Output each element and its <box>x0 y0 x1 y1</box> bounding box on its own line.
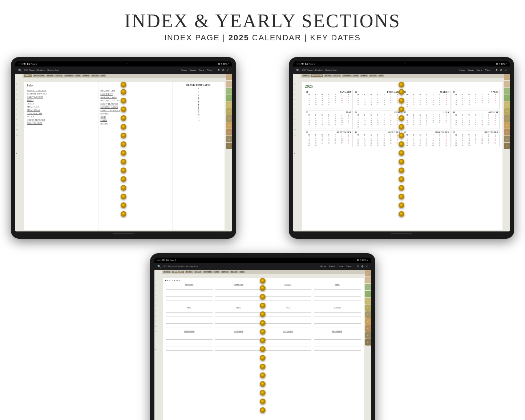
kd-side-tab-5[interactable]: 5 <box>365 298 371 304</box>
kd-tab-goals[interactable]: GOALS <box>194 271 202 273</box>
index-workout-log[interactable]: WORKOUT LOG <box>100 96 170 98</box>
index-to-do[interactable]: TO DO <box>27 99 97 101</box>
index-expense-tracker[interactable]: EXPENSE TRACKER <box>27 93 97 95</box>
cal-tab-2025[interactable]: 2025 <box>378 74 384 77</box>
kd-side-tab-8[interactable]: 8 <box>365 318 371 325</box>
kd-tab-key-dates[interactable]: KEY DATES <box>172 271 184 273</box>
index-grocery-list[interactable]: GROCERY LIST <box>27 112 97 114</box>
nav-insert-right[interactable]: Insert <box>468 69 474 72</box>
blank-template-9[interactable]: 9 <box>174 111 223 113</box>
blank-template-7[interactable]: 7 <box>174 105 223 107</box>
kd-tab-blank[interactable]: BLANK <box>230 271 238 273</box>
cal-side-tab-10[interactable]: 10 <box>504 136 510 142</box>
blank-template-12[interactable]: 12 <box>174 120 223 122</box>
kd-side-tab-4[interactable]: 4 <box>365 291 371 297</box>
nav-home-bottom[interactable]: Home <box>320 265 326 268</box>
index-meeting-notes[interactable]: MEETING NOTES <box>100 106 170 108</box>
side-tab-7[interactable]: 7 <box>226 115 232 122</box>
blank-template-3[interactable]: 3 <box>174 93 223 96</box>
fullscreen-icon-left[interactable]: ⤢ <box>226 69 229 72</box>
side-tab-6[interactable]: 6 <box>226 108 232 115</box>
index-project-planner[interactable]: PROJECT PLANNER <box>100 109 170 112</box>
cal-side-tab-3[interactable]: 3 <box>504 88 510 94</box>
tab-lined[interactable]: LINED <box>82 74 90 77</box>
cal-side-tab-4[interactable]: 4 <box>504 94 510 101</box>
nav-draw-bottom[interactable]: Draw <box>338 265 343 268</box>
blank-template-2[interactable]: 2 <box>174 90 223 93</box>
kd-tab-todo[interactable]: TO DO <box>185 271 193 273</box>
blank-template-5[interactable]: 5 <box>174 99 223 101</box>
index-blank[interactable]: BLANK <box>100 122 170 125</box>
kd-tab-2025[interactable]: 2025 <box>239 271 245 273</box>
blank-template-1[interactable]: 1 <box>174 88 223 90</box>
cal-tab-key-dates[interactable]: KEY DATES <box>311 74 323 77</box>
upload-icon-left[interactable]: ⬆ <box>218 69 220 72</box>
tab-2025[interactable]: 2025 <box>100 74 106 77</box>
tab-blank[interactable]: BLANK <box>91 74 100 77</box>
side-tab-10[interactable]: 10 <box>226 136 232 142</box>
left-nav-arrow[interactable]: ‹ <box>16 151 17 155</box>
cal-side-tab-7[interactable]: 7 <box>504 115 510 122</box>
index-event-planner[interactable]: EVENT PLANNER <box>100 103 170 105</box>
blank-template-11[interactable]: 11 <box>174 117 223 119</box>
tab-key-dates[interactable]: KEY DATES <box>33 74 45 77</box>
cal-tab-blank[interactable]: BLANK <box>369 74 377 77</box>
kd-left-arrow[interactable]: ‹ <box>155 347 156 351</box>
fullscreen-icon-right[interactable]: ⤢ <box>504 69 507 72</box>
index-dotted[interactable]: DOTTED <box>100 113 170 115</box>
nav-insert-bottom[interactable]: Insert <box>329 265 335 268</box>
kd-side-tab-1[interactable]: 1 <box>365 270 371 276</box>
nav-home-right[interactable]: Home <box>459 69 465 72</box>
nav-draw-right[interactable]: Draw <box>477 69 482 72</box>
cal-side-tab-8[interactable]: 8 <box>504 122 510 129</box>
cal-left-arrow[interactable]: ‹ <box>294 151 295 155</box>
index-meal-ideas[interactable]: MEAL IDEAS <box>27 109 97 111</box>
nav-view-left[interactable]: View <box>207 69 213 72</box>
side-tab-3[interactable]: 3 <box>226 88 232 94</box>
tab-goals[interactable]: GOALS <box>54 74 63 77</box>
index-order-tracker[interactable]: ORDER TRACKER <box>27 119 97 121</box>
kd-side-tab-10[interactable]: 10 <box>365 332 371 339</box>
nav-view-right[interactable]: View <box>485 69 490 72</box>
tab-index[interactable]: INDEX <box>24 74 32 77</box>
search-text-left[interactable]: 2025 Planner - Realistic - Monday Start <box>24 69 59 71</box>
kd-side-tab-9[interactable]: 9 <box>365 325 371 332</box>
tab-dotted[interactable]: DOTTED <box>64 74 74 77</box>
side-tab-1[interactable]: 1 <box>226 74 232 80</box>
kd-side-tab-2[interactable]: 2 <box>365 277 371 283</box>
cal-tab-todo[interactable]: TO DO <box>324 74 332 77</box>
kd-side-tab-7[interactable]: 7 <box>365 311 371 318</box>
side-tab-2[interactable]: 2 <box>226 81 232 87</box>
blank-template-10[interactable]: 10 <box>174 114 223 116</box>
blank-template-8[interactable]: 8 <box>174 108 223 110</box>
cal-side-tab-6[interactable]: 6 <box>504 108 510 115</box>
cal-tab-index[interactable]: INDEX <box>302 74 310 77</box>
index-movie-list[interactable]: MOVIE LIST <box>100 93 170 95</box>
kd-tab-grid[interactable]: GRID <box>213 271 220 273</box>
index-budget-tracker[interactable]: BUDGET TRACKER <box>27 89 97 92</box>
side-tab-9[interactable]: 9 <box>226 129 232 136</box>
cal-side-tab-11[interactable]: 11 <box>504 143 510 149</box>
kd-tab-index[interactable]: INDEX <box>163 271 171 273</box>
index-weight-loss[interactable]: WEIGHT LOSS TRACKER <box>100 100 170 102</box>
side-tab-11[interactable]: 11 <box>226 143 232 149</box>
search-text-right[interactable]: 2025 Planner - Realistic - Monday Start <box>302 69 337 71</box>
nav-insert-left[interactable]: Insert <box>190 69 196 72</box>
side-tab-5[interactable]: 5 <box>226 101 232 108</box>
cal-side-tab-1[interactable]: 1 <box>504 74 510 80</box>
upload-icon-right[interactable]: ⬆ <box>496 69 498 72</box>
kd-tab-dotted[interactable]: DOTTED <box>203 271 213 273</box>
tab-todo[interactable]: TO DO <box>46 74 54 77</box>
tab-grid[interactable]: GRID <box>74 74 81 77</box>
side-tab-8[interactable]: 8 <box>226 122 232 129</box>
nav-view-bottom[interactable]: View <box>346 265 352 268</box>
blank-template-4[interactable]: 4 <box>174 96 223 98</box>
search-text-bottom[interactable]: 2025 Planner - Realistic - Monday Start <box>163 265 198 267</box>
index-goals[interactable]: GOALS <box>27 102 97 105</box>
kd-side-tab-11[interactable]: 11 <box>365 339 371 346</box>
kd-side-tab-6[interactable]: 6 <box>365 304 371 311</box>
gear-icon-right[interactable]: ⚙ <box>500 69 502 72</box>
side-tab-4[interactable]: 4 <box>226 94 232 101</box>
kd-side-tab-3[interactable]: 3 <box>365 284 371 290</box>
cal-tab-lined[interactable]: LINED <box>360 74 368 77</box>
